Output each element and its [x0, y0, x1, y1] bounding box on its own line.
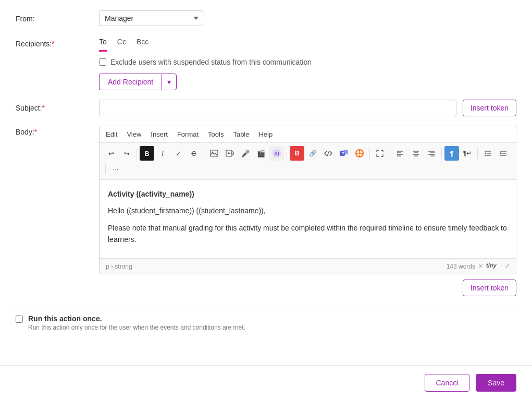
- subject-content: Insert token: [99, 100, 516, 116]
- menu-format[interactable]: Format: [177, 130, 199, 138]
- indent-less-button[interactable]: [480, 146, 495, 161]
- svg-marker-36: [500, 152, 502, 154]
- teams-button[interactable]: T: [337, 146, 351, 161]
- svg-line-7: [327, 151, 329, 156]
- from-row: From: Manager: [16, 10, 516, 26]
- menu-insert[interactable]: Insert: [151, 130, 168, 138]
- subject-row-inner: Insert token: [99, 100, 516, 116]
- subject-row: Subject:* Insert token: [16, 100, 516, 116]
- editor-toolbar: ↩ ↪ B I ✓ C: [100, 143, 516, 180]
- required-marker: *: [52, 40, 54, 48]
- tiny-logo: tiny: [486, 262, 502, 271]
- align-right-button[interactable]: [424, 146, 439, 161]
- content-title: Activity ((activity_name)): [108, 188, 508, 200]
- toolbar-sep-3: [287, 148, 287, 159]
- svg-marker-4: [228, 152, 230, 154]
- media-button[interactable]: [222, 146, 237, 161]
- italic-button[interactable]: I: [155, 146, 170, 161]
- add-recipient-button[interactable]: Add Recipient: [99, 74, 162, 90]
- editor-breadcrumb: p › strong: [106, 263, 132, 270]
- menu-table[interactable]: Table: [233, 130, 249, 138]
- toolbar-sep-2: [204, 148, 204, 159]
- indent-more-button[interactable]: [496, 146, 511, 161]
- toolbar-sep-1: [137, 148, 137, 159]
- editor-container: Edit View Insert Format Tools Table Help…: [99, 126, 516, 274]
- run-once-checkbox[interactable]: [16, 316, 23, 323]
- undo-button[interactable]: ↩: [104, 146, 118, 161]
- toolbar-sep-7: [477, 148, 478, 159]
- body-required: *: [34, 128, 37, 136]
- recipients-tabs: To Cc Bcc: [99, 35, 516, 52]
- toolbar-sep-5: [390, 148, 390, 159]
- from-select[interactable]: Manager: [99, 10, 203, 26]
- video-button[interactable]: 🎬: [254, 146, 268, 161]
- wheel-button[interactable]: [352, 146, 367, 161]
- body-label: Body:*: [16, 126, 99, 136]
- svg-rect-0: [211, 150, 218, 156]
- tab-to[interactable]: To: [99, 35, 107, 52]
- strikethrough-button[interactable]: C: [187, 146, 201, 161]
- toolbar-sep-4: [369, 148, 370, 159]
- embed-button[interactable]: [321, 146, 336, 161]
- svg-text:AI: AI: [275, 151, 279, 156]
- menu-tools[interactable]: Tools: [208, 130, 224, 138]
- add-recipient-group: Add Recipient ▾: [99, 74, 516, 90]
- menu-view[interactable]: View: [127, 130, 141, 138]
- fullscreen-button[interactable]: [373, 146, 387, 161]
- blogger-button[interactable]: B: [290, 146, 304, 161]
- run-once-section: Run this action once. Run this action on…: [16, 306, 516, 340]
- more-button[interactable]: ···: [108, 162, 123, 176]
- ai-button[interactable]: AI: [269, 146, 284, 161]
- editor-content[interactable]: Activity ((activity_name)) Hello ((stude…: [100, 180, 516, 258]
- editor-menubar: Edit View Insert Format Tools Table Help: [100, 126, 516, 143]
- exclude-checkbox-row: Exclude users with suspended status from…: [99, 58, 516, 66]
- subject-insert-token-button[interactable]: Insert token: [463, 100, 516, 116]
- recipients-row: Recipients:* To Cc Bcc Exclude users wit…: [16, 35, 516, 90]
- toolbar-sep-6: [441, 148, 442, 159]
- image-button[interactable]: [207, 146, 221, 161]
- subject-input[interactable]: [99, 100, 456, 116]
- check-button[interactable]: ✓: [171, 146, 185, 161]
- body-row: Body:* Edit View Insert Format Tools Tab…: [16, 126, 516, 296]
- svg-marker-32: [485, 152, 486, 154]
- exclude-checkbox[interactable]: [99, 58, 106, 66]
- svg-text:tiny: tiny: [486, 262, 497, 269]
- svg-text:T: T: [342, 152, 344, 155]
- bold-button[interactable]: B: [140, 146, 154, 161]
- run-once-label: Run this action once.: [28, 314, 245, 323]
- tab-cc[interactable]: Cc: [117, 35, 126, 52]
- word-count: 143 words ✕ tiny ⤢: [447, 262, 510, 271]
- content-body: Please note that manual grading for this…: [108, 222, 508, 246]
- content-greeting: Hello ((student_firstname)) ((student_la…: [108, 205, 508, 216]
- body-insert-token-button[interactable]: Insert token: [463, 280, 516, 296]
- subject-label: Subject:*: [16, 100, 99, 112]
- run-once-text: Run this action once. Run this action on…: [28, 314, 245, 331]
- svg-rect-9: [343, 150, 348, 154]
- recipients-label: Recipients:*: [16, 35, 99, 48]
- menu-edit[interactable]: Edit: [106, 130, 117, 138]
- add-recipient-dropdown-button[interactable]: ▾: [162, 74, 177, 90]
- body-content: Edit View Insert Format Tools Table Help…: [99, 126, 516, 296]
- save-button[interactable]: Save: [476, 374, 516, 392]
- menu-help[interactable]: Help: [258, 130, 273, 138]
- footer-bar: Cancel Save: [0, 365, 532, 400]
- paragraph-dir-button[interactable]: ¶: [444, 146, 459, 161]
- body-insert-token-wrapper: Insert token: [99, 280, 516, 296]
- svg-point-12: [358, 152, 361, 154]
- ltr-button[interactable]: ¶↵: [460, 146, 475, 161]
- recipients-content: To Cc Bcc Exclude users with suspended s…: [99, 35, 516, 90]
- from-content: Manager: [99, 10, 516, 26]
- tab-bcc[interactable]: Bcc: [137, 35, 149, 52]
- exclude-label[interactable]: Exclude users with suspended status from…: [110, 58, 312, 66]
- cancel-button[interactable]: Cancel: [425, 374, 469, 392]
- align-center-button[interactable]: [409, 146, 423, 161]
- align-left-button[interactable]: [393, 146, 407, 161]
- link-button[interactable]: 🔗: [305, 146, 320, 161]
- editor-resize-handle[interactable]: ⤢: [505, 263, 510, 270]
- subject-required: *: [42, 104, 45, 112]
- redo-button[interactable]: ↪: [119, 146, 134, 161]
- editor-footer: p › strong 143 words ✕ tiny ⤢: [100, 258, 516, 274]
- mic-button[interactable]: 🎤: [238, 146, 253, 161]
- from-label: From:: [16, 10, 99, 23]
- run-once-description: Run this action only once for the user w…: [28, 324, 245, 331]
